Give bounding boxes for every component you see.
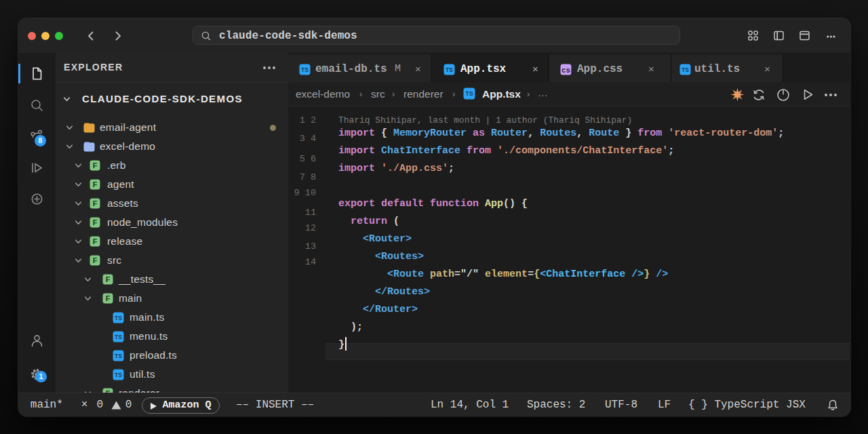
svg-text:TS: TS xyxy=(682,66,689,73)
svg-text:TS: TS xyxy=(465,90,473,97)
svg-text:TS: TS xyxy=(446,66,453,73)
svg-text:TS: TS xyxy=(115,315,122,321)
svg-text:TS: TS xyxy=(115,372,122,378)
svg-text:F: F xyxy=(93,180,98,189)
svg-text:TS: TS xyxy=(115,334,122,340)
svg-text:F: F xyxy=(93,161,98,170)
svg-text:TS: TS xyxy=(301,66,309,73)
svg-text:TS: TS xyxy=(115,353,122,359)
svg-text:F: F xyxy=(93,218,98,226)
svg-text:F: F xyxy=(106,275,111,283)
svg-text:F: F xyxy=(93,199,98,208)
svg-text:css: css xyxy=(561,66,575,75)
svg-text:F: F xyxy=(106,294,111,302)
svg-text:F: F xyxy=(93,237,98,245)
svg-text:F: F xyxy=(93,256,98,264)
